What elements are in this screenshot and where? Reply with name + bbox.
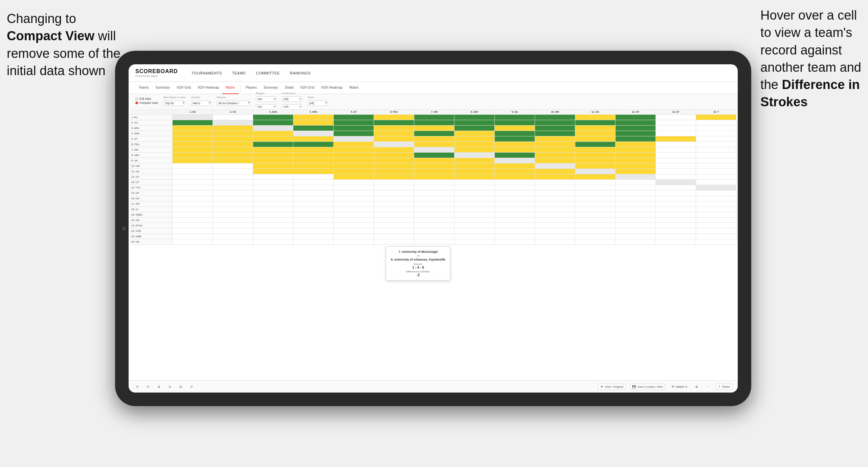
matrix-cell[interactable] bbox=[535, 115, 575, 120]
matrix-cell[interactable] bbox=[293, 174, 334, 180]
matrix-cell[interactable] bbox=[173, 136, 213, 142]
matrix-cell[interactable] bbox=[575, 153, 616, 158]
compact-view-radio[interactable]: Compact View bbox=[135, 101, 158, 105]
matrix-cell[interactable] bbox=[615, 158, 655, 163]
matrix-cell[interactable] bbox=[173, 142, 213, 147]
matrix-cell[interactable] bbox=[293, 180, 334, 185]
team-select[interactable]: (All) bbox=[307, 101, 328, 106]
matrix-cell[interactable] bbox=[696, 201, 736, 207]
matrix-cell[interactable] bbox=[655, 201, 696, 207]
matrix-cell[interactable] bbox=[213, 174, 253, 180]
matrix-cell[interactable] bbox=[655, 142, 696, 147]
matrix-cell[interactable] bbox=[374, 163, 414, 169]
matrix-cell[interactable] bbox=[293, 223, 334, 228]
matrix-cell[interactable] bbox=[535, 201, 575, 207]
matrix-cell[interactable] bbox=[655, 223, 696, 228]
matrix-cell[interactable] bbox=[293, 185, 334, 191]
matrix-cell[interactable] bbox=[615, 163, 655, 169]
matrix-cell[interactable] bbox=[696, 185, 736, 191]
matrix-cell[interactable] bbox=[495, 163, 535, 169]
matrix-cell[interactable] bbox=[293, 212, 334, 218]
matrix-cell[interactable] bbox=[535, 131, 575, 136]
matrix-cell[interactable] bbox=[454, 174, 495, 180]
matrix-cell[interactable] bbox=[253, 218, 293, 223]
matrix-cell[interactable] bbox=[293, 158, 334, 163]
matrix-cell[interactable] bbox=[535, 239, 575, 245]
matrix-cell[interactable] bbox=[414, 115, 454, 120]
matrix-cell[interactable] bbox=[696, 218, 736, 223]
matrix-cell[interactable] bbox=[575, 169, 616, 174]
matrix-cell[interactable] bbox=[615, 115, 655, 120]
matrix-cell[interactable] bbox=[334, 191, 374, 196]
matrix-cell[interactable] bbox=[334, 126, 374, 131]
matrix-cell[interactable] bbox=[575, 142, 616, 147]
matrix-cell[interactable] bbox=[173, 207, 213, 212]
matrix-cell[interactable] bbox=[334, 163, 374, 169]
toolbar-undo[interactable]: ↺ bbox=[134, 384, 141, 390]
matrix-cell[interactable] bbox=[414, 131, 454, 136]
matrix-cell[interactable] bbox=[253, 158, 293, 163]
matrix-cell[interactable] bbox=[575, 185, 616, 191]
matrix-cell[interactable] bbox=[454, 185, 495, 191]
matrix-cell[interactable] bbox=[414, 126, 454, 131]
matrix-cell[interactable] bbox=[213, 191, 253, 196]
matrix-cell[interactable] bbox=[213, 196, 253, 201]
matrix-cell[interactable] bbox=[575, 115, 616, 120]
matrix-cell[interactable] bbox=[615, 185, 655, 191]
matrix-cell[interactable] bbox=[253, 239, 293, 245]
matrix-cell[interactable] bbox=[253, 228, 293, 234]
matrix-cell[interactable] bbox=[454, 201, 495, 207]
matrix-cell[interactable] bbox=[655, 163, 696, 169]
matrix-cell[interactable] bbox=[414, 174, 454, 180]
matrix-cell[interactable] bbox=[535, 163, 575, 169]
matrix-cell[interactable] bbox=[213, 163, 253, 169]
matrix-cell[interactable] bbox=[535, 120, 575, 126]
matrix-cell[interactable] bbox=[696, 180, 736, 185]
matrix-cell[interactable] bbox=[655, 234, 696, 239]
matrix-cell[interactable] bbox=[454, 142, 495, 147]
matrix-cell[interactable] bbox=[293, 207, 334, 212]
matrix-cell[interactable] bbox=[213, 147, 253, 153]
matrix-cell[interactable] bbox=[334, 234, 374, 239]
matrix-cell[interactable] bbox=[454, 223, 495, 228]
matrix-cell[interactable] bbox=[655, 120, 696, 126]
matrix-cell[interactable] bbox=[696, 158, 736, 163]
toolbar-refresh[interactable]: ↺ bbox=[188, 384, 195, 390]
matrix-cell[interactable] bbox=[454, 239, 495, 245]
matrix-cell[interactable] bbox=[213, 218, 253, 223]
subnav-h2h-heatmap-2[interactable]: H2H Heatmap bbox=[318, 82, 346, 94]
matrix-cell[interactable] bbox=[454, 218, 495, 223]
matrix-cell[interactable] bbox=[374, 228, 414, 234]
matrix-cell[interactable] bbox=[454, 196, 495, 201]
division-select[interactable]: NCAA Division I bbox=[217, 101, 250, 106]
matrix-cell[interactable] bbox=[334, 207, 374, 212]
matrix-cell[interactable] bbox=[454, 163, 495, 169]
matrix-cell[interactable] bbox=[655, 153, 696, 158]
matrix-cell[interactable] bbox=[374, 218, 414, 223]
matrix-cell[interactable] bbox=[454, 153, 495, 158]
toolbar-dots[interactable]: ⋯ bbox=[704, 384, 711, 390]
matrix-cell[interactable] bbox=[615, 136, 655, 142]
matrix-cell[interactable] bbox=[213, 136, 253, 142]
matrix-cell[interactable] bbox=[454, 228, 495, 234]
matrix-cell[interactable] bbox=[535, 174, 575, 180]
matrix-cell[interactable] bbox=[454, 147, 495, 153]
subnav-matrix-2[interactable]: Matrix bbox=[346, 82, 362, 94]
matrix-cell[interactable] bbox=[293, 163, 334, 169]
matrix-cell[interactable] bbox=[414, 136, 454, 142]
matrix-cell[interactable] bbox=[615, 196, 655, 201]
matrix-cell[interactable] bbox=[293, 201, 334, 207]
matrix-cell[interactable] bbox=[293, 115, 334, 120]
matrix-cell[interactable] bbox=[615, 223, 655, 228]
nav-rankings[interactable]: RANKINGS bbox=[290, 71, 311, 75]
matrix-cell[interactable] bbox=[173, 228, 213, 234]
matrix-cell[interactable] bbox=[696, 223, 736, 228]
matrix-cell[interactable] bbox=[495, 158, 535, 163]
matrix-cell[interactable] bbox=[213, 126, 253, 131]
matrix-cell[interactable] bbox=[575, 212, 616, 218]
matrix-cell[interactable] bbox=[173, 153, 213, 158]
matrix-cell[interactable] bbox=[615, 180, 655, 185]
matrix-cell[interactable] bbox=[495, 126, 535, 131]
subnav-h2h-grid-1[interactable]: H2H Grid bbox=[173, 82, 194, 94]
subnav-teams[interactable]: Teams bbox=[135, 82, 152, 94]
